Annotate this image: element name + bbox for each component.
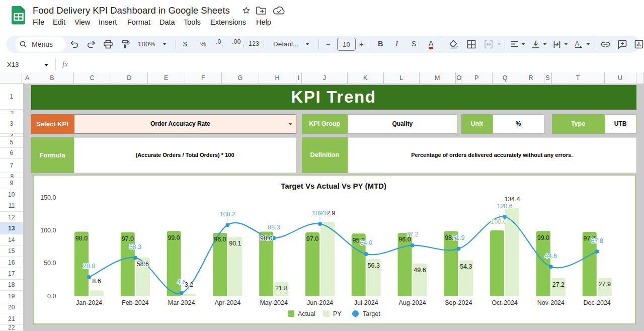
svg-text:0.0: 0.0	[47, 293, 56, 300]
svg-text:Sep-2024: Sep-2024	[445, 299, 472, 306]
svg-text:100.0: 100.0	[491, 218, 506, 225]
svg-text:150.0: 150.0	[40, 194, 56, 201]
svg-text:109.8: 109.8	[312, 210, 328, 217]
svg-text:58.3: 58.3	[129, 243, 141, 251]
svg-text:100.0: 100.0	[40, 227, 56, 234]
svg-text:21.8: 21.8	[275, 285, 287, 292]
svg-text:Jun-2024: Jun-2024	[307, 299, 333, 306]
svg-text:PY: PY	[333, 310, 342, 317]
svg-text:Target: Target	[363, 310, 380, 317]
svg-text:90.1: 90.1	[229, 240, 241, 247]
svg-text:77.2: 77.2	[406, 231, 418, 238]
svg-text:97.0: 97.0	[306, 235, 318, 242]
svg-text:Feb-2024: Feb-2024	[122, 299, 149, 306]
svg-text:Jul-2024: Jul-2024	[354, 299, 378, 306]
svg-text:67.8: 67.8	[591, 237, 603, 244]
svg-text:54.3: 54.3	[460, 263, 472, 270]
svg-text:Aug-2024: Aug-2024	[398, 299, 426, 306]
svg-text:97.0: 97.0	[122, 235, 134, 242]
svg-text:99.0: 99.0	[537, 234, 549, 241]
svg-text:Dec-2024: Dec-2024	[584, 299, 611, 306]
svg-text:49.6: 49.6	[414, 267, 426, 274]
svg-text:98.0: 98.0	[260, 235, 272, 242]
svg-text:71.9: 71.9	[452, 234, 464, 241]
svg-text:88.3: 88.3	[268, 224, 280, 231]
svg-text:Apr-2024: Apr-2024	[215, 299, 240, 306]
svg-text:Oct-2024: Oct-2024	[492, 299, 517, 306]
svg-text:99.0: 99.0	[168, 234, 180, 241]
svg-text:28.8: 28.8	[83, 263, 95, 270]
svg-text:3.2: 3.2	[185, 281, 193, 288]
svg-text:8.6: 8.6	[92, 278, 101, 285]
svg-text:27.2: 27.2	[552, 281, 565, 288]
svg-text:A: A	[575, 40, 579, 47]
svg-text:Jan-2024: Jan-2024	[76, 299, 102, 306]
svg-text:Mar-2024: Mar-2024	[168, 299, 195, 306]
svg-text:Target Vs Actual Vs PY (MTD): Target Vs Actual Vs PY (MTD)	[281, 182, 386, 190]
svg-text:May-2024: May-2024	[260, 299, 288, 306]
svg-text:50.0: 50.0	[44, 260, 56, 267]
svg-text:56.3: 56.3	[368, 262, 380, 269]
svg-text:120.6: 120.6	[497, 203, 512, 210]
svg-text:44.6: 44.6	[545, 253, 557, 260]
svg-text:58.6: 58.6	[137, 261, 149, 268]
svg-text:27.9: 27.9	[599, 281, 611, 288]
svg-text:Nov-2024: Nov-2024	[537, 299, 565, 306]
svg-text:108.2: 108.2	[220, 211, 235, 218]
svg-text:96.0: 96.0	[214, 236, 226, 243]
svg-text:98.0: 98.0	[75, 235, 88, 242]
svg-text:134.4: 134.4	[504, 196, 520, 203]
svg-text:64.0: 64.0	[360, 239, 372, 246]
svg-text:Actual: Actual	[298, 310, 315, 317]
